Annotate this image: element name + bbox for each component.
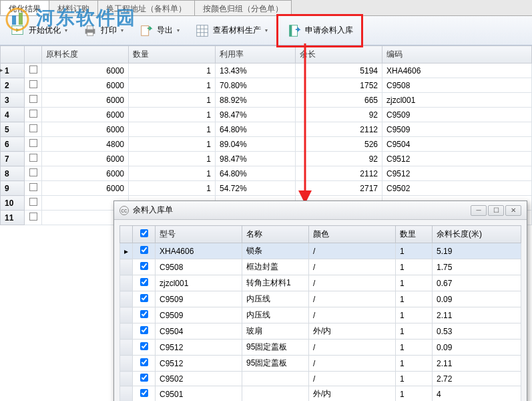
table-row[interactable]: ▸XHA4606锁条/15.19: [120, 243, 521, 259]
cell-color[interactable]: /: [309, 243, 396, 259]
table-row[interactable]: C9508框边封盖/11.75: [120, 259, 521, 275]
cell-qty[interactable]: 1: [129, 166, 216, 181]
cell-code[interactable]: C9512: [382, 166, 532, 181]
cell-color[interactable]: 外/内: [309, 386, 396, 402]
col-qty[interactable]: 数量: [129, 46, 216, 63]
cell-code[interactable]: zjzcl001: [382, 93, 532, 108]
table-row[interactable]: 16000113.43%5194XHA4606: [1, 63, 532, 78]
table-row[interactable]: 56000164.80%2112C9509: [1, 122, 532, 137]
cell-code[interactable]: C9512: [382, 152, 532, 166]
checkbox-icon[interactable]: [29, 183, 37, 191]
cell-color[interactable]: /: [309, 259, 396, 275]
cell-qty[interactable]: 1: [129, 108, 216, 122]
cell-length[interactable]: 6000: [42, 78, 129, 93]
row-checkbox-cell[interactable]: [25, 108, 42, 122]
cell-length[interactable]: 6000: [42, 152, 129, 166]
cell-qty[interactable]: 1: [396, 291, 433, 307]
row-header[interactable]: 4: [1, 108, 25, 122]
print-button[interactable]: 打印▾: [76, 18, 129, 43]
cell-color[interactable]: /: [309, 291, 396, 307]
cell-qty[interactable]: 1: [396, 386, 433, 402]
cell-rate[interactable]: 70.80%: [216, 78, 296, 93]
cell-length[interactable]: 6000: [42, 108, 129, 122]
cell-name[interactable]: 内压线: [242, 291, 309, 307]
maximize-button[interactable]: ☐: [488, 205, 504, 216]
table-row[interactable]: 86000164.80%2112C9512: [1, 166, 532, 181]
cell-color[interactable]: 外/内: [309, 323, 396, 340]
cell-remain[interactable]: 1752: [296, 78, 382, 93]
row-header[interactable]: 6: [1, 137, 25, 152]
cell-qty[interactable]: 1: [129, 78, 216, 93]
cell-model[interactable]: C9501: [156, 386, 242, 402]
table-row[interactable]: 76000198.47%92C9512: [1, 152, 532, 166]
cell-model[interactable]: C9508: [156, 259, 242, 275]
row-checkbox-cell[interactable]: [25, 211, 42, 225]
row-checkbox-cell[interactable]: [133, 275, 156, 291]
cell-qty[interactable]: 1: [129, 137, 216, 152]
cell-name[interactable]: 内压线: [242, 307, 309, 323]
cell-color[interactable]: /: [309, 372, 396, 386]
table-row[interactable]: C9509内压线/10.09: [120, 291, 521, 307]
row-checkbox-cell[interactable]: [133, 291, 156, 307]
checkbox-icon[interactable]: [29, 154, 37, 162]
row-header[interactable]: 1: [1, 63, 25, 78]
col-remlen[interactable]: 余料长度(米): [433, 226, 521, 243]
cell-code[interactable]: C9508: [382, 78, 532, 93]
col-indicator[interactable]: [120, 226, 133, 243]
row-checkbox[interactable]: [140, 310, 148, 318]
cell-code[interactable]: C9504: [382, 137, 532, 152]
row-checkbox-cell[interactable]: [25, 63, 42, 78]
row-checkbox-cell[interactable]: [25, 122, 42, 137]
row-indicator[interactable]: [120, 323, 133, 340]
col-model[interactable]: 型号: [156, 226, 242, 243]
cell-rate[interactable]: 98.47%: [216, 152, 296, 166]
cell-model[interactable]: zjzcl001: [156, 275, 242, 291]
col-color[interactable]: 颜色: [309, 226, 396, 243]
col-name[interactable]: 名称: [242, 226, 309, 243]
row-checkbox-cell[interactable]: [133, 386, 156, 402]
table-row[interactable]: 96000154.72%2717C9502: [1, 181, 532, 196]
dialog-titlebar[interactable]: cc 余料入库单 ─ ☐ ✕: [114, 201, 527, 220]
cell-code[interactable]: C9509: [382, 108, 532, 122]
row-header[interactable]: 9: [1, 181, 25, 196]
cell-qty[interactable]: 1: [396, 307, 433, 323]
table-row[interactable]: 64800189.04%526C9504: [1, 137, 532, 152]
cell-name[interactable]: 转角主材料1: [242, 275, 309, 291]
row-checkbox-cell[interactable]: [133, 340, 156, 356]
cell-qty[interactable]: 1: [129, 181, 216, 196]
row-checkbox-cell[interactable]: [25, 78, 42, 93]
main-data-grid[interactable]: 原料长度 数量 利用率 余长 编码 16000113.43%5194XHA460…: [0, 45, 532, 225]
row-checkbox[interactable]: [140, 246, 148, 254]
cell-length[interactable]: 6000: [42, 181, 129, 196]
row-indicator[interactable]: ▸: [120, 243, 133, 259]
cell-qty[interactable]: 1: [129, 63, 216, 78]
table-row[interactable]: C951295固定盖板/10.09: [120, 340, 521, 356]
row-checkbox[interactable]: [140, 278, 148, 286]
row-checkbox[interactable]: [140, 389, 148, 397]
cell-remain[interactable]: 526: [296, 137, 382, 152]
cell-name[interactable]: 95固定盖板: [242, 340, 309, 356]
cell-length[interactable]: 4800: [42, 137, 129, 152]
col-check-all[interactable]: [133, 226, 156, 243]
cell-remain[interactable]: 665: [296, 93, 382, 108]
cell-qty[interactable]: 1: [396, 243, 433, 259]
row-checkbox[interactable]: [140, 326, 148, 334]
row-header[interactable]: 2: [1, 78, 25, 93]
cell-rate[interactable]: 54.72%: [216, 181, 296, 196]
table-row[interactable]: 46000198.47%92C9509: [1, 108, 532, 122]
row-header[interactable]: 3: [1, 93, 25, 108]
cell-code[interactable]: C9502: [382, 181, 532, 196]
cell-rate[interactable]: 98.47%: [216, 108, 296, 122]
cell-remlen[interactable]: 0.09: [433, 291, 521, 307]
table-row[interactable]: C9501外/内14: [120, 386, 521, 402]
cell-remain[interactable]: 92: [296, 152, 382, 166]
row-checkbox-cell[interactable]: [25, 152, 42, 166]
row-checkbox-cell[interactable]: [25, 196, 42, 211]
cell-qty[interactable]: 1: [129, 122, 216, 137]
cell-remlen[interactable]: 4: [433, 386, 521, 402]
cell-length[interactable]: 6000: [42, 93, 129, 108]
row-checkbox-cell[interactable]: [133, 323, 156, 340]
close-button[interactable]: ✕: [505, 205, 521, 216]
table-row[interactable]: C9504玻扇外/内10.53: [120, 323, 521, 340]
checkbox-icon[interactable]: [29, 124, 37, 132]
